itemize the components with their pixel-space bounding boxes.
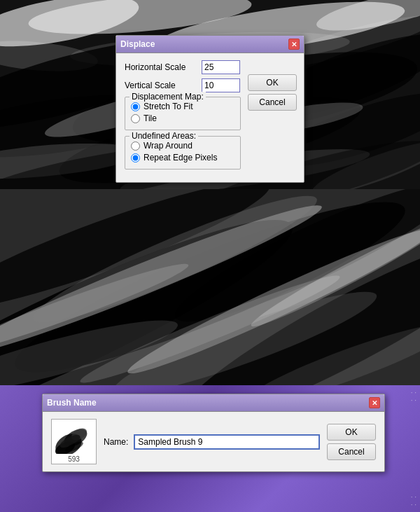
background-top: Displace ✕ Horizontal Scale Vertical Sca… xyxy=(0,0,420,189)
corner-marker-tr: · ·· · xyxy=(411,389,416,404)
svg-point-31 xyxy=(76,266,344,385)
displace-dialog-buttons: OK Cancel xyxy=(248,74,297,111)
svg-point-34 xyxy=(0,307,182,385)
repeat-edge-row: Repeat Edge Pixels xyxy=(131,153,234,162)
svg-rect-21 xyxy=(0,189,420,385)
vertical-scale-label: Vertical Scale xyxy=(125,81,202,90)
svg-point-5 xyxy=(0,36,99,76)
brush-name-input[interactable] xyxy=(134,434,320,450)
brush-number: 593 xyxy=(68,455,80,463)
close-icon: ✕ xyxy=(291,41,297,48)
wrap-around-row: Wrap Around xyxy=(131,141,234,151)
tile-row: Tile xyxy=(131,113,234,123)
svg-point-24 xyxy=(161,207,420,385)
brush-name-label: Name: xyxy=(104,437,128,447)
vertical-scale-row: Vertical Scale xyxy=(125,78,241,92)
displacement-map-label: Displacement Map: xyxy=(130,92,206,102)
brush-preview: 593 xyxy=(51,419,97,464)
wrap-around-radio[interactable] xyxy=(131,141,140,151)
tile-label: Tile xyxy=(144,113,157,123)
svg-point-30 xyxy=(246,212,420,335)
vertical-scale-input[interactable] xyxy=(202,78,240,92)
brush-cancel-button[interactable]: Cancel xyxy=(327,443,376,460)
svg-point-28 xyxy=(122,217,420,385)
stretch-to-fit-label: Stretch To Fit xyxy=(144,102,192,111)
brush-name-close-button[interactable]: ✕ xyxy=(369,397,380,408)
svg-point-29 xyxy=(0,255,192,361)
brush-ok-button[interactable]: OK xyxy=(327,424,376,441)
svg-point-4 xyxy=(314,0,420,39)
tile-radio[interactable] xyxy=(131,114,140,123)
brush-dialog-body: 593 Name: OK Cancel xyxy=(43,412,384,471)
brush-name-row: Name: xyxy=(104,434,320,450)
svg-point-32 xyxy=(25,189,325,339)
displace-ok-button[interactable]: OK xyxy=(248,74,297,91)
displace-close-button[interactable]: ✕ xyxy=(288,39,300,50)
displacement-map-group: Displacement Map: Stretch To Fit Tile xyxy=(125,97,241,130)
svg-point-26 xyxy=(164,189,420,341)
displace-titlebar: Displace ✕ xyxy=(116,36,304,53)
svg-point-27 xyxy=(0,193,328,368)
svg-point-18 xyxy=(308,132,420,189)
horizontal-scale-row: Horizontal Scale xyxy=(125,60,241,74)
wrap-around-label: Wrap Around xyxy=(144,141,192,151)
displace-title: Displace xyxy=(120,39,155,49)
undefined-areas-label: Undefined Areas: xyxy=(130,131,198,141)
horizontal-scale-input[interactable] xyxy=(202,60,240,74)
brush-dialog-buttons: OK Cancel xyxy=(327,424,376,460)
background-middle xyxy=(0,189,420,385)
svg-point-23 xyxy=(2,189,418,385)
svg-point-22 xyxy=(0,191,308,385)
repeat-edge-label: Repeat Edge Pixels xyxy=(144,153,217,162)
horizontal-scale-label: Horizontal Scale xyxy=(125,62,202,72)
svg-point-33 xyxy=(106,277,383,385)
brush-name-titlebar: Brush Name ✕ xyxy=(43,394,384,412)
background-bottom: · ·· · · ·· · Brush Name ✕ xyxy=(0,385,420,512)
corner-marker-br: · ·· · xyxy=(411,493,416,508)
svg-point-35 xyxy=(239,312,420,385)
svg-point-25 xyxy=(0,189,278,328)
displace-dialog: Displace ✕ Horizontal Scale Vertical Sca… xyxy=(115,35,304,183)
undefined-areas-group: Undefined Areas: Wrap Around Repeat Edge… xyxy=(125,136,241,169)
brush-name-title: Brush Name xyxy=(47,398,97,408)
stretch-to-fit-row: Stretch To Fit xyxy=(131,102,234,111)
brush-name-dialog: Brush Name ✕ 59 xyxy=(42,394,385,472)
stretch-to-fit-radio[interactable] xyxy=(131,102,140,111)
displace-cancel-button[interactable]: Cancel xyxy=(248,94,297,111)
brush-icon-image xyxy=(55,420,93,454)
repeat-edge-radio[interactable] xyxy=(131,153,140,162)
close-icon: ✕ xyxy=(372,399,377,407)
